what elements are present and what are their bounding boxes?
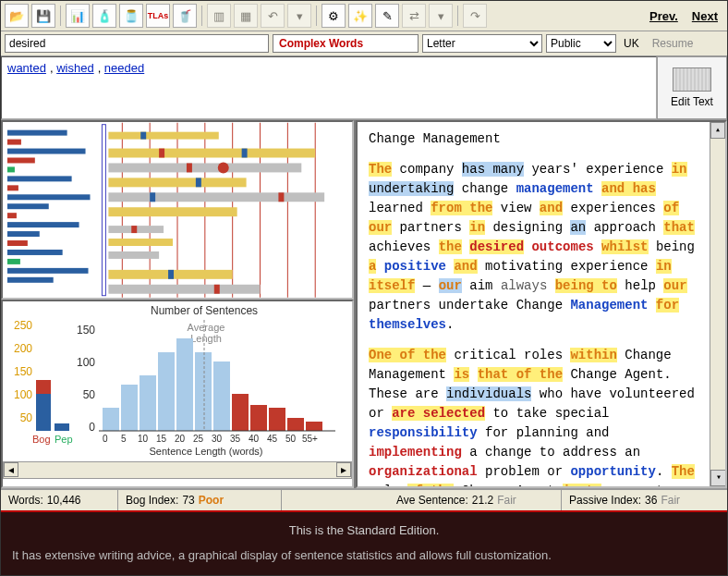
svg-rect-73 [250, 405, 267, 431]
wand-icon[interactable]: ✎ [375, 4, 399, 28]
chart-icon[interactable]: 📊 [66, 4, 90, 28]
next-button[interactable]: Next [686, 6, 723, 26]
svg-point-32 [218, 162, 229, 173]
svg-rect-26 [140, 132, 146, 140]
prev-button[interactable]: Prev. [644, 6, 684, 26]
scope-select[interactable]: Public [546, 34, 616, 53]
status-words: Words:10,446 [1, 490, 118, 510]
svg-rect-68 [158, 352, 175, 431]
status-passive: Passive Index:36 Fair [562, 490, 727, 510]
svg-text:15: 15 [156, 434, 167, 444]
left-column: Number of Sentences Average Length 250 2… [1, 120, 356, 488]
cup-icon[interactable]: 🥤 [173, 4, 197, 28]
metric-display[interactable]: Complex Words [273, 34, 419, 53]
histogram-panel[interactable]: Number of Sentences Average Length 250 2… [1, 300, 354, 488]
svg-rect-65 [103, 408, 119, 431]
gear-icon[interactable]: ⚙ [322, 4, 346, 28]
svg-rect-25 [108, 132, 218, 140]
svg-text:Bog: Bog [32, 434, 51, 445]
open-icon[interactable]: 📂 [5, 4, 29, 28]
svg-rect-36 [150, 192, 155, 202]
svg-rect-18 [7, 222, 79, 227]
transfer-icon[interactable]: ⇄ [402, 4, 426, 28]
svg-rect-22 [7, 259, 20, 264]
svg-rect-76 [306, 422, 322, 431]
svg-text:50: 50 [20, 411, 33, 424]
dropdown-icon[interactable]: ▾ [287, 4, 311, 28]
synonym-link[interactable]: needed [104, 61, 144, 75]
scroll-up-icon[interactable]: ▴ [710, 122, 725, 139]
dropdown2-icon[interactable]: ▾ [429, 4, 453, 28]
svg-text:200: 200 [14, 342, 32, 355]
svg-rect-60 [36, 394, 51, 431]
svg-text:250: 250 [14, 319, 32, 332]
svg-rect-8 [7, 130, 67, 136]
sparkle-icon[interactable]: ✨ [348, 4, 372, 28]
resume-button[interactable]: Resume [647, 37, 699, 50]
scroll-down-icon[interactable]: ▾ [710, 470, 727, 486]
svg-rect-23 [7, 268, 89, 274]
svg-text:0: 0 [89, 421, 95, 434]
svg-text:30: 30 [212, 434, 223, 444]
svg-rect-72 [232, 394, 249, 431]
save-icon[interactable]: 💾 [31, 4, 55, 28]
svg-rect-67 [140, 375, 156, 431]
svg-rect-14 [7, 185, 18, 190]
svg-text:25: 25 [193, 434, 204, 444]
svg-text:150: 150 [14, 365, 32, 378]
redo-icon[interactable]: ↷ [463, 4, 487, 28]
svg-rect-31 [187, 163, 192, 172]
columns-icon[interactable]: ▥ [207, 4, 231, 28]
status-bog: Bog Index:73 Poor [118, 490, 282, 510]
svg-rect-24 [7, 277, 54, 283]
svg-rect-35 [108, 192, 324, 202]
synonyms-row: wanted, wished, needed Edit Text [1, 56, 727, 120]
document-pane[interactable]: Change Management The company has many y… [356, 120, 727, 488]
grid-icon[interactable]: ▦ [234, 4, 258, 28]
main-toolbar: 📂 💾 📊 🧴 🫙 TLAs 🥤 ▥ ▦ ↶ ▾ ⚙ ✨ ✎ ⇄ ▾ ↷ Pre… [1, 1, 727, 31]
paint-icon[interactable]: 🧴 [92, 4, 116, 28]
undo-icon[interactable]: ↶ [261, 4, 285, 28]
svg-rect-44 [168, 270, 174, 279]
svg-rect-37 [278, 192, 284, 202]
svg-text:50: 50 [83, 388, 96, 401]
svg-rect-69 [176, 338, 193, 431]
svg-rect-19 [7, 231, 40, 237]
svg-text:Average: Average [188, 322, 225, 333]
svg-rect-74 [269, 408, 285, 431]
main-area: Number of Sentences Average Length 250 2… [1, 120, 727, 489]
hscrollbar[interactable]: ◂ ▸ [3, 461, 352, 479]
svg-text:0: 0 [103, 434, 108, 444]
paragraph: One of the critical roles within Change … [369, 346, 699, 488]
svg-rect-17 [7, 213, 17, 218]
svg-rect-45 [108, 285, 260, 294]
svg-rect-61 [36, 380, 51, 394]
doctype-select[interactable]: Letter [422, 34, 542, 53]
svg-text:100: 100 [14, 388, 32, 401]
structure-chart[interactable] [1, 120, 354, 300]
svg-rect-71 [213, 362, 230, 431]
svg-rect-66 [121, 385, 138, 431]
synonyms-panel: wanted, wished, needed [1, 56, 657, 119]
synonym-link[interactable]: wanted [7, 61, 46, 75]
paragraph: The company has many years' experience i… [369, 160, 699, 335]
vscrollbar[interactable]: ▴ ▾ [710, 122, 725, 486]
app-window: 📂 💾 📊 🧴 🫙 TLAs 🥤 ▥ ▦ ↶ ▾ ⚙ ✨ ✎ ⇄ ▾ ↷ Pre… [0, 0, 728, 576]
doc-title: Change Management [369, 129, 699, 149]
word-input[interactable] [5, 34, 269, 53]
edit-text-button[interactable]: Edit Text [657, 56, 727, 119]
svg-rect-28 [159, 149, 164, 158]
tla-icon[interactable]: TLAs [146, 4, 170, 28]
svg-rect-16 [7, 203, 49, 209]
svg-rect-30 [108, 163, 301, 172]
synonym-link[interactable]: wished [56, 61, 93, 75]
svg-rect-27 [108, 149, 315, 158]
svg-text:10: 10 [138, 434, 149, 444]
svg-rect-13 [7, 176, 72, 181]
svg-text:150: 150 [77, 324, 95, 337]
keyboard-icon [673, 67, 711, 92]
svg-text:55+: 55+ [302, 434, 318, 444]
jar-icon[interactable]: 🫙 [119, 4, 143, 28]
svg-rect-29 [242, 149, 248, 158]
svg-rect-33 [108, 178, 246, 187]
